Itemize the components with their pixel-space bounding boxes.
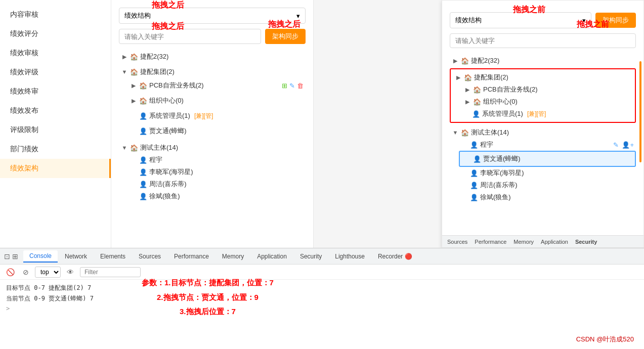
tree-row-jiawt-left[interactable]: ▶ 👤 贾文通(蟑螂) [128, 125, 306, 137]
add-action-icon[interactable]: ⊞ [282, 82, 287, 90]
expand-icon: ▶ [121, 54, 128, 60]
tree-children-r: ▶ 🏠 PCB自营业务线(2) ▶ 🏠 组织中心(0) [453, 83, 633, 120]
sidebar-item-label: 绩效评分 [10, 29, 38, 37]
tab-console[interactable]: Console [23, 250, 58, 263]
filter-input[interactable] [80, 267, 141, 277]
home-icon: 🏠 [461, 129, 469, 137]
tree-row-chengyu-r[interactable]: ▶ 👤 程宇 ✎ 👤+ [459, 139, 636, 151]
right-search-row [450, 33, 636, 48]
tree-row-test[interactable]: ▼ 🏠 测试主体(14) [119, 142, 306, 154]
tab-memory-right[interactable]: Memory [510, 238, 537, 246]
left-panel-dropdown[interactable]: 绩效结构 ▾ [119, 8, 306, 24]
tab-lighthouse[interactable]: Lighthouse [329, 251, 371, 262]
sidebar-item-jixiaoshenhe[interactable]: 绩效审核 [0, 43, 111, 63]
tab-sources[interactable]: Sources [133, 251, 167, 262]
right-search-input[interactable] [450, 33, 636, 48]
left-sync-button[interactable]: 架构同步 [265, 29, 306, 44]
home-icon: 🏠 [130, 53, 138, 61]
tree-row-chengyu[interactable]: ▶ 👤 程宇 [128, 154, 306, 166]
tree-row-jiepei-group[interactable]: ▼ 🏠 捷配集团(2) [119, 66, 306, 78]
home-icon: 🏠 [139, 82, 147, 90]
sidebar-item-neirongshenhe[interactable]: 内容审核 [0, 5, 111, 24]
inspect-icon[interactable]: ⊞ [12, 252, 18, 260]
user-icon: 👤 [470, 141, 478, 149]
sidebar-item-jixiaojiagou[interactable]: 绩效架构 [0, 159, 111, 178]
top-area: 内容审核 绩效评分 绩效审核 绩效评级 绩效终审 绩效发布 评级限制 部门绩效 [0, 0, 644, 248]
sidebar-item-pingjiuxianzhi[interactable]: 评级限制 [0, 120, 111, 140]
tab-performance[interactable]: Performance [168, 251, 215, 262]
user-icon: 👤 [473, 155, 481, 163]
tab-security-right[interactable]: Security [572, 238, 600, 246]
node-label: 测试主体(14) [471, 128, 509, 137]
sidebar-item-jixiaopingfen[interactable]: 绩效评分 [0, 24, 111, 43]
sidebar: 内容审核 绩效评分 绩效审核 绩效评级 绩效终审 绩效发布 评级限制 部门绩效 [0, 0, 111, 248]
tree-row-jiepei2[interactable]: ▶ 🏠 捷配2(32) [119, 51, 306, 63]
devtools-icon-group: ⊡ ⊞ [4, 252, 18, 260]
tree-row-lixiaojun-r[interactable]: ▶ 👤 李晓军(海羽星) [459, 167, 636, 179]
left-search-input[interactable] [119, 29, 261, 44]
tree-row-zhoujie[interactable]: ▶ 👤 周洁(喜乐蒂) [128, 178, 306, 190]
tree-row-pcb[interactable]: ▶ 🏠 PCB自营业务线(2) ⊞ ✎ 🗑 [128, 79, 306, 92]
tab-sources-right[interactable]: Sources [444, 238, 470, 246]
tree-row-jiawt-r[interactable]: ▶ 👤 贾文通(蟑螂) [462, 153, 633, 165]
console-line-1: 目标节点 0-7 捷配集团(2) 7 [6, 283, 638, 293]
tree-row-lixiaojun[interactable]: ▶ 👤 李晓军(海羽星) [128, 166, 306, 178]
tab-network[interactable]: Network [59, 251, 93, 262]
sidebar-item-jixiaofahu[interactable]: 绩效发布 [0, 101, 111, 120]
edit-icon[interactable]: ✎ [613, 141, 619, 149]
context-select[interactable]: top [35, 267, 61, 278]
right-sync-button[interactable]: 架构同步 [595, 13, 636, 28]
tab-security[interactable]: Security [294, 251, 328, 262]
tree-row-org[interactable]: ▶ 🏠 组织中心(0) [128, 95, 306, 107]
node-label: 捷配集团(2) [474, 73, 508, 82]
node-label: 贾文通(蟑螂) [149, 126, 187, 136]
filter-icon[interactable]: ⊘ [21, 267, 31, 277]
tree-row-org-r[interactable]: ▶ 🏠 组织中心(0) [462, 96, 633, 108]
console-prompt[interactable]: > [6, 304, 638, 313]
tree-node-jiepei2: ▶ 🏠 捷配2(32) [119, 49, 306, 64]
edit-action-icon[interactable]: ✎ [289, 82, 295, 90]
user-icon: 👤 [472, 110, 480, 118]
tree-row-admin[interactable]: ▶ 👤 系统管理员(1) [兼][管] [128, 110, 306, 122]
tree-row-admin-r[interactable]: 👤 系统管理员(1) [兼][管] [462, 108, 633, 120]
pointer-icon[interactable]: ⊡ [4, 252, 10, 260]
tab-memory[interactable]: Memory [216, 251, 250, 262]
add-user-icon[interactable]: 👤+ [622, 141, 634, 149]
tab-performance-right[interactable]: Performance [471, 238, 509, 246]
tree-row-test-r[interactable]: ▼ 🏠 测试主体(14) [450, 126, 636, 139]
tree-row-pcb-r[interactable]: ▶ 🏠 PCB自营业务线(2) [462, 83, 633, 96]
csdn-watermark: CSDN @叶浩成520 [576, 335, 634, 344]
tree-row-jiepei-group-r[interactable]: ▶ 🏠 捷配集团(2) [453, 71, 633, 83]
tab-elements[interactable]: Elements [94, 251, 132, 262]
home-icon: 🏠 [464, 74, 472, 81]
node-label: 捷配2(32) [140, 52, 168, 61]
sidebar-item-jixiaopingji[interactable]: 绩效评级 [0, 63, 111, 82]
tree-children: ▶ 🏠 PCB自营业务线(2) ⊞ ✎ 🗑 [119, 78, 306, 139]
clear-console-icon[interactable]: 🚫 [4, 267, 17, 277]
right-overlay-panel: 拖拽之前 绩效结构 ▾ 架构同步 ▶ [442, 0, 644, 248]
node-label: 徐斌(狼鱼) [149, 192, 180, 201]
eye-icon[interactable]: 👁 [65, 267, 76, 277]
dropdown-label: 绩效结构 [455, 16, 482, 25]
delete-action-icon[interactable]: 🗑 [297, 82, 304, 90]
tree-row-jiepei2-r[interactable]: ▶ 🏠 捷配2(32) [450, 55, 636, 67]
tab-recorder[interactable]: Recorder 🔴 [372, 251, 418, 262]
tab-application[interactable]: Application [251, 251, 293, 262]
node-label: 徐斌(狼鱼) [480, 193, 511, 202]
node-label: 系统管理员(1) [482, 109, 523, 118]
sidebar-item-bumenJixiao[interactable]: 部门绩效 [0, 140, 111, 159]
right-panel-dropdown[interactable]: 绩效结构 ▾ [450, 12, 591, 28]
expand-icon: ▼ [121, 145, 128, 151]
sidebar-item-label: 绩效架构 [10, 164, 38, 172]
sidebar-item-jixiaozhongshen[interactable]: 绩效终审 [0, 82, 111, 101]
tree-node-admin: ▶ 👤 系统管理员(1) [兼][管] [128, 108, 306, 123]
devtools-tabs-bar: ⊡ ⊞ Console Network Elements Sources Per… [0, 248, 644, 265]
home-icon: 🏠 [461, 57, 469, 65]
tab-application-right[interactable]: Application [538, 238, 571, 246]
tree-row-xushuo[interactable]: ▶ 👤 徐斌(狼鱼) [128, 190, 306, 202]
tree-row-xushuo-r[interactable]: ▶ 👤 徐斌(狼鱼) [459, 191, 636, 203]
highlighted-jiawt-row[interactable]: ▶ 👤 贾文通(蟑螂) [459, 151, 636, 167]
tree-row-zhoujie-r[interactable]: ▶ 👤 周洁(喜乐蒂) [459, 179, 636, 191]
console-line-2: 当前节点 0-9 贾文通(蟑螂) 7 [6, 293, 638, 304]
right-tree: ▶ 🏠 捷配2(32) ▶ 🏠 捷配集团(2) [450, 53, 636, 205]
